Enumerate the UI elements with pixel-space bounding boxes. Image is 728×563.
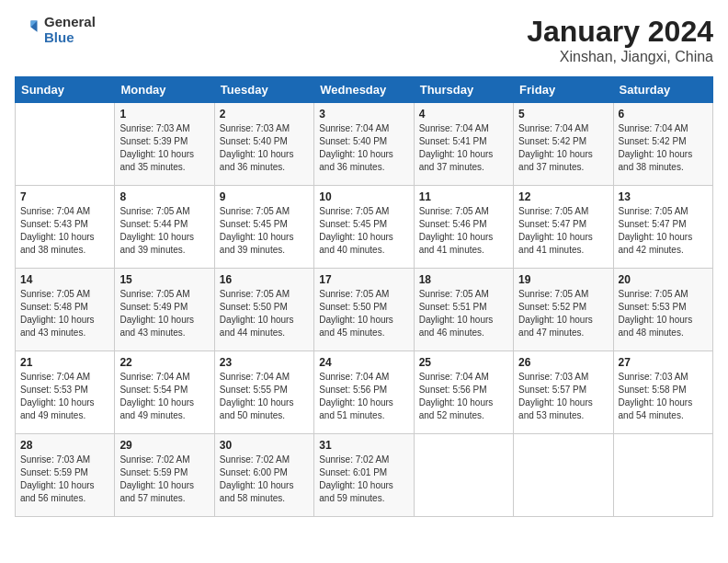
calendar-cell: 23Sunrise: 7:04 AMSunset: 5:55 PMDayligh… xyxy=(214,351,313,434)
calendar-table: SundayMondayTuesdayWednesdayThursdayFrid… xyxy=(15,76,713,517)
calendar-cell: 29Sunrise: 7:02 AMSunset: 5:59 PMDayligh… xyxy=(115,434,214,517)
calendar-cell: 16Sunrise: 7:05 AMSunset: 5:50 PMDayligh… xyxy=(214,269,313,351)
day-number: 30 xyxy=(220,439,309,452)
calendar-cell: 30Sunrise: 7:02 AMSunset: 6:00 PMDayligh… xyxy=(214,434,313,517)
day-number: 2 xyxy=(220,108,309,121)
day-info: Sunrise: 7:05 AMSunset: 5:50 PMDaylight:… xyxy=(319,288,408,339)
weekday-header-row: SundayMondayTuesdayWednesdayThursdayFrid… xyxy=(16,77,713,103)
calendar-cell: 2Sunrise: 7:03 AMSunset: 5:40 PMDaylight… xyxy=(214,103,313,186)
calendar-cell: 17Sunrise: 7:05 AMSunset: 5:50 PMDayligh… xyxy=(314,269,414,351)
day-info: Sunrise: 7:04 AMSunset: 5:41 PMDaylight:… xyxy=(419,122,508,174)
day-number: 20 xyxy=(619,273,708,286)
day-number: 11 xyxy=(419,190,508,203)
day-info: Sunrise: 7:04 AMSunset: 5:43 PMDaylight:… xyxy=(20,205,109,257)
day-info: Sunrise: 7:04 AMSunset: 5:40 PMDaylight:… xyxy=(319,122,408,174)
day-info: Sunrise: 7:05 AMSunset: 5:52 PMDaylight:… xyxy=(518,288,608,339)
calendar-cell xyxy=(514,434,613,517)
day-info: Sunrise: 7:05 AMSunset: 5:49 PMDaylight:… xyxy=(119,288,209,339)
day-number: 23 xyxy=(220,356,309,369)
day-number: 13 xyxy=(619,190,708,203)
calendar-week-row: 14Sunrise: 7:05 AMSunset: 5:48 PMDayligh… xyxy=(16,269,713,351)
calendar-cell: 1Sunrise: 7:03 AMSunset: 5:39 PMDaylight… xyxy=(115,103,214,186)
calendar-week-row: 7Sunrise: 7:04 AMSunset: 5:43 PMDaylight… xyxy=(16,186,713,269)
calendar-cell: 19Sunrise: 7:05 AMSunset: 5:52 PMDayligh… xyxy=(514,269,613,351)
day-number: 1 xyxy=(119,108,209,121)
weekday-header: Thursday xyxy=(414,77,513,103)
day-info: Sunrise: 7:05 AMSunset: 5:53 PMDaylight:… xyxy=(619,288,708,339)
day-number: 4 xyxy=(419,108,508,121)
calendar-cell: 7Sunrise: 7:04 AMSunset: 5:43 PMDaylight… xyxy=(16,186,115,269)
day-info: Sunrise: 7:04 AMSunset: 5:42 PMDaylight:… xyxy=(619,122,708,174)
day-info: Sunrise: 7:04 AMSunset: 5:56 PMDaylight:… xyxy=(419,371,508,422)
day-number: 15 xyxy=(119,273,209,286)
day-number: 28 xyxy=(20,439,109,452)
page-header: General Blue January 2024 Xinshan, Jiang… xyxy=(15,15,713,65)
day-info: Sunrise: 7:03 AMSunset: 5:57 PMDaylight:… xyxy=(518,371,608,422)
calendar-cell: 3Sunrise: 7:04 AMSunset: 5:40 PMDaylight… xyxy=(314,103,414,186)
calendar-cell: 20Sunrise: 7:05 AMSunset: 5:53 PMDayligh… xyxy=(613,269,712,351)
calendar-cell xyxy=(16,103,115,186)
day-info: Sunrise: 7:05 AMSunset: 5:50 PMDaylight:… xyxy=(220,288,309,339)
day-info: Sunrise: 7:02 AMSunset: 5:59 PMDaylight:… xyxy=(119,454,209,505)
calendar-week-row: 21Sunrise: 7:04 AMSunset: 5:53 PMDayligh… xyxy=(16,351,713,434)
day-info: Sunrise: 7:04 AMSunset: 5:55 PMDaylight:… xyxy=(220,371,309,422)
calendar-cell xyxy=(414,434,513,517)
day-info: Sunrise: 7:05 AMSunset: 5:51 PMDaylight:… xyxy=(419,288,508,339)
day-info: Sunrise: 7:03 AMSunset: 5:40 PMDaylight:… xyxy=(220,122,309,174)
day-info: Sunrise: 7:05 AMSunset: 5:45 PMDaylight:… xyxy=(220,205,309,257)
day-number: 26 xyxy=(518,356,608,369)
day-number: 16 xyxy=(220,273,309,286)
calendar-cell: 8Sunrise: 7:05 AMSunset: 5:44 PMDaylight… xyxy=(115,186,214,269)
calendar-cell: 21Sunrise: 7:04 AMSunset: 5:53 PMDayligh… xyxy=(16,351,115,434)
month-title: January 2024 xyxy=(527,15,713,49)
calendar-cell: 18Sunrise: 7:05 AMSunset: 5:51 PMDayligh… xyxy=(414,269,513,351)
day-info: Sunrise: 7:05 AMSunset: 5:46 PMDaylight:… xyxy=(419,205,508,257)
day-info: Sunrise: 7:05 AMSunset: 5:47 PMDaylight:… xyxy=(518,205,608,257)
logo-text: General Blue xyxy=(44,15,96,45)
day-info: Sunrise: 7:05 AMSunset: 5:45 PMDaylight:… xyxy=(319,205,408,257)
day-info: Sunrise: 7:02 AMSunset: 6:00 PMDaylight:… xyxy=(220,454,309,505)
logo-blue: Blue xyxy=(44,30,96,46)
calendar-cell: 11Sunrise: 7:05 AMSunset: 5:46 PMDayligh… xyxy=(414,186,513,269)
calendar-cell: 5Sunrise: 7:04 AMSunset: 5:42 PMDaylight… xyxy=(514,103,613,186)
day-info: Sunrise: 7:03 AMSunset: 5:39 PMDaylight:… xyxy=(119,122,209,174)
day-number: 8 xyxy=(119,190,209,203)
calendar-cell: 15Sunrise: 7:05 AMSunset: 5:49 PMDayligh… xyxy=(115,269,214,351)
day-number: 18 xyxy=(419,273,508,286)
calendar-cell xyxy=(613,434,712,517)
day-number: 19 xyxy=(518,273,608,286)
title-section: January 2024 Xinshan, Jiangxi, China xyxy=(527,15,713,65)
location: Xinshan, Jiangxi, China xyxy=(527,49,713,65)
day-info: Sunrise: 7:04 AMSunset: 5:42 PMDaylight:… xyxy=(518,122,608,174)
day-number: 29 xyxy=(119,439,209,452)
day-number: 25 xyxy=(419,356,508,369)
calendar-cell: 27Sunrise: 7:03 AMSunset: 5:58 PMDayligh… xyxy=(613,351,712,434)
weekday-header: Saturday xyxy=(613,77,712,103)
calendar-cell: 14Sunrise: 7:05 AMSunset: 5:48 PMDayligh… xyxy=(16,269,115,351)
day-info: Sunrise: 7:02 AMSunset: 6:01 PMDaylight:… xyxy=(319,454,408,505)
calendar-cell: 6Sunrise: 7:04 AMSunset: 5:42 PMDaylight… xyxy=(613,103,712,186)
day-number: 24 xyxy=(319,356,408,369)
day-info: Sunrise: 7:05 AMSunset: 5:47 PMDaylight:… xyxy=(619,205,708,257)
day-number: 5 xyxy=(518,108,608,121)
day-number: 12 xyxy=(518,190,608,203)
logo: General Blue xyxy=(15,15,96,45)
calendar-cell: 12Sunrise: 7:05 AMSunset: 5:47 PMDayligh… xyxy=(514,186,613,269)
day-info: Sunrise: 7:04 AMSunset: 5:56 PMDaylight:… xyxy=(319,371,408,422)
day-info: Sunrise: 7:05 AMSunset: 5:48 PMDaylight:… xyxy=(20,288,109,339)
day-number: 27 xyxy=(619,356,708,369)
calendar-cell: 10Sunrise: 7:05 AMSunset: 5:45 PMDayligh… xyxy=(314,186,414,269)
day-number: 10 xyxy=(319,190,408,203)
day-number: 6 xyxy=(619,108,708,121)
day-info: Sunrise: 7:03 AMSunset: 5:58 PMDaylight:… xyxy=(619,371,708,422)
day-number: 14 xyxy=(20,273,109,286)
calendar-week-row: 28Sunrise: 7:03 AMSunset: 5:59 PMDayligh… xyxy=(16,434,713,517)
day-number: 31 xyxy=(319,439,408,452)
weekday-header: Wednesday xyxy=(314,77,414,103)
calendar-cell: 25Sunrise: 7:04 AMSunset: 5:56 PMDayligh… xyxy=(414,351,513,434)
calendar-cell: 9Sunrise: 7:05 AMSunset: 5:45 PMDaylight… xyxy=(214,186,313,269)
day-number: 3 xyxy=(319,108,408,121)
day-number: 17 xyxy=(319,273,408,286)
calendar-cell: 31Sunrise: 7:02 AMSunset: 6:01 PMDayligh… xyxy=(314,434,414,517)
calendar-cell: 24Sunrise: 7:04 AMSunset: 5:56 PMDayligh… xyxy=(314,351,414,434)
